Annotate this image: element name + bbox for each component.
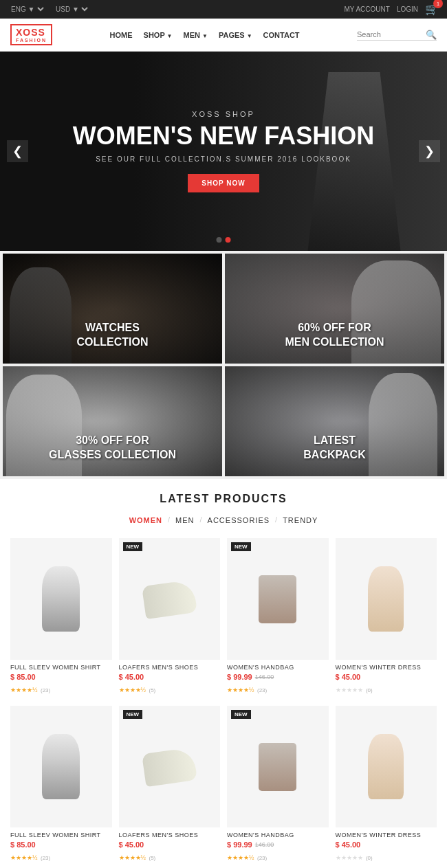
product-rating: ★★★★½ (23) (10, 850, 112, 863)
collection-backpack[interactable]: LATEST BACKPACK (225, 366, 444, 476)
nav-men[interactable]: MEN ▼ (184, 31, 208, 39)
cart-icon[interactable]: 🛒 1 (425, 3, 439, 16)
product-image-winter-2 (336, 706, 437, 827)
search-box: 🔍 (357, 30, 437, 41)
product-price-row: $ 45.00 (336, 673, 437, 681)
product-rating: ★★★★★ (0) (336, 850, 437, 863)
bag-silhouette-2 (259, 743, 296, 791)
search-input[interactable] (357, 30, 426, 38)
top-bar: ENG ▼ USD ▼ MY ACCOUNT LOGIN 🛒 1 (0, 0, 447, 19)
logo-text: XOSS FASHION (10, 24, 52, 45)
product-badge: NEW (231, 710, 251, 719)
tab-trendy[interactable]: TRENDY (277, 513, 323, 527)
product-image-shirt-2 (10, 706, 112, 827)
top-bar-left: ENG ▼ USD ▼ (8, 5, 90, 14)
product-rating: ★★★★½ (23) (227, 682, 329, 695)
search-button[interactable]: 🔍 (426, 30, 437, 40)
product-rating: ★★★★★ (0) (336, 682, 437, 695)
hero-next-button[interactable]: ❯ (419, 140, 440, 162)
product-card-shoe-1[interactable]: NEW LOAFERS MEN'S SHOES $ 45.00 ★★★★½ (5… (119, 538, 221, 695)
hero-dots (217, 237, 231, 243)
nav-contact[interactable]: CONTACT (263, 31, 300, 39)
product-name: FULL SLEEV WOMEN SHIRT (10, 832, 112, 838)
hero-title: WOMEN'S NEW FASHION (73, 122, 375, 150)
nav-pages[interactable]: PAGES ▼ (219, 31, 252, 39)
tab-women[interactable]: WOMEN (124, 513, 168, 527)
product-price-row: $ 99.99 146.00 (227, 673, 329, 681)
product-rating: ★★★★½ (23) (227, 850, 329, 863)
top-bar-right: MY ACCOUNT LOGIN 🛒 1 (344, 3, 439, 16)
products-title: LATEST PRODUCTS (10, 493, 437, 505)
product-price-row: $ 85.00 (10, 841, 112, 849)
collection-grid: WATCHES COLLECTION 60% OFF FOR MEN COLLE… (0, 251, 447, 479)
my-account-link[interactable]: MY ACCOUNT (344, 5, 390, 13)
products-section: LATEST PRODUCTS WOMEN / MEN / ACCESSORIE… (0, 479, 447, 868)
shoe-silhouette-2 (142, 747, 197, 787)
product-price-row: $ 45.00 (119, 841, 221, 849)
hero-description: SEE OUR FULL COLLECTION.S SUMMER 2016 LO… (73, 155, 375, 163)
product-price-row: $ 45.00 (336, 841, 437, 849)
hero-cta-button[interactable]: SHOP NOW (188, 174, 259, 192)
winter-silhouette (368, 566, 404, 632)
product-price-row: $ 45.00 (119, 673, 221, 681)
product-card-shoe-2[interactable]: NEW LOAFERS MEN'S SHOES $ 45.00 ★★★★½ (5… (119, 706, 221, 863)
product-badge: NEW (123, 542, 143, 551)
tab-accessories[interactable]: ACCESSORIES (202, 513, 275, 527)
currency-select[interactable]: USD ▼ (53, 5, 90, 14)
backpack-label: LATEST BACKPACK (225, 434, 444, 463)
hero-dot-2[interactable] (226, 237, 231, 243)
product-card-winter-2[interactable]: WOMEN'S WINTER DRESS $ 45.00 ★★★★★ (0) (336, 706, 437, 863)
product-price: $ 45.00 (336, 841, 361, 849)
product-price-old: 146.00 (255, 674, 274, 680)
hero-dot-1[interactable] (217, 237, 222, 243)
product-price: $ 45.00 (119, 673, 144, 681)
hero-prev-button[interactable]: ❮ (7, 140, 28, 162)
winter-silhouette-2 (368, 734, 404, 799)
product-image-bag-1: NEW (227, 538, 329, 660)
collection-watches[interactable]: WATCHES COLLECTION (3, 254, 222, 364)
product-price: $ 99.99 (227, 673, 252, 681)
product-name: FULL SLEEV WOMEN SHIRT (10, 664, 112, 671)
product-name: LOAFERS MEN'S SHOES (119, 664, 221, 671)
product-price-row: $ 99.99 146.00 (227, 841, 329, 849)
product-row-2: FULL SLEEV WOMEN SHIRT $ 85.00 ★★★★½ (23… (10, 706, 437, 863)
product-card-bag-1[interactable]: NEW WOMEN'S HANDBAG $ 99.99 146.00 ★★★★½… (227, 538, 329, 695)
product-image-shoe-1: NEW (119, 538, 221, 660)
product-image-shirt-1 (10, 538, 112, 660)
product-card-shirt-1[interactable]: FULL SLEEV WOMEN SHIRT $ 85.00 ★★★★½ (23… (10, 538, 112, 695)
hero-content: XOSS SHOP WOMEN'S NEW FASHION SEE OUR FU… (73, 110, 375, 192)
product-card-shirt-2[interactable]: FULL SLEEV WOMEN SHIRT $ 85.00 ★★★★½ (23… (10, 706, 112, 863)
product-price: $ 85.00 (10, 673, 36, 681)
login-link[interactable]: LOGIN (397, 5, 418, 13)
nav-shop[interactable]: SHOP ▼ (144, 31, 173, 39)
product-name: WOMEN'S HANDBAG (227, 664, 329, 671)
product-price-old: 146.00 (255, 841, 274, 848)
shirt-silhouette-2 (42, 734, 80, 799)
glasses-label: 30% OFF FOR GLASSES COLLECTION (3, 434, 222, 463)
language-select[interactable]: ENG ▼ (8, 5, 46, 14)
logo[interactable]: XOSS FASHION (10, 24, 52, 45)
tab-men[interactable]: MEN (170, 513, 199, 527)
product-image-shoe-2: NEW (119, 706, 221, 827)
product-name: WOMEN'S WINTER DRESS (336, 664, 437, 671)
product-price: $ 99.99 (227, 841, 252, 849)
nav-home[interactable]: HOME (110, 31, 133, 39)
collection-glasses[interactable]: 30% OFF FOR GLASSES COLLECTION (3, 366, 222, 476)
product-badge: NEW (231, 542, 251, 551)
collection-men[interactable]: 60% OFF FOR MEN COLLECTION (225, 254, 444, 364)
hero-slider: XOSS SHOP WOMEN'S NEW FASHION SEE OUR FU… (0, 52, 447, 251)
shirt-silhouette (42, 566, 80, 632)
product-price: $ 85.00 (10, 841, 36, 849)
product-name: LOAFERS MEN'S SHOES (119, 832, 221, 838)
product-rating: ★★★★½ (5) (119, 682, 221, 695)
product-image-winter-1 (336, 538, 437, 660)
header: XOSS FASHION HOME SHOP ▼ MEN ▼ PAGES ▼ C… (0, 19, 447, 52)
product-image-bag-2: NEW (227, 706, 329, 827)
product-price: $ 45.00 (336, 673, 361, 681)
product-price-row: $ 85.00 (10, 673, 112, 681)
product-card-bag-2[interactable]: NEW WOMEN'S HANDBAG $ 99.99 146.00 ★★★★½… (227, 706, 329, 863)
product-rating: ★★★★½ (5) (119, 850, 221, 863)
hero-subtitle: XOSS SHOP (73, 110, 375, 118)
product-card-winter-1[interactable]: WOMEN'S WINTER DRESS $ 45.00 ★★★★★ (0) (336, 538, 437, 695)
main-nav: HOME SHOP ▼ MEN ▼ PAGES ▼ CONTACT (110, 31, 300, 39)
